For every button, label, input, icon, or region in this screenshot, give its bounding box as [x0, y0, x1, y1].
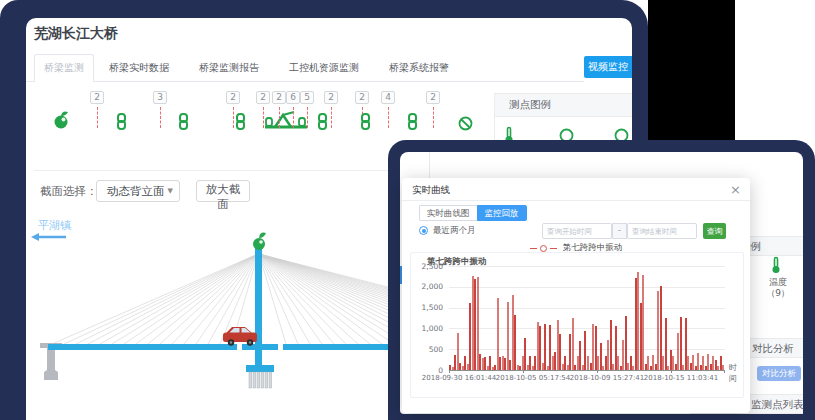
modal-title: 实时曲线 [412, 184, 450, 197]
query-button[interactable]: 查询 [703, 223, 726, 239]
y-tick-label: 2,000 [411, 282, 443, 291]
gridline [449, 308, 725, 309]
x-axis-tick [523, 370, 524, 373]
chain-link-sensor-icon[interactable] [359, 113, 372, 130]
y-tick-label: 500 [411, 345, 443, 354]
sensor-count-badge: 5 [300, 91, 314, 104]
tower-footing [246, 365, 274, 372]
sensor-count-badge: 2 [90, 91, 104, 104]
vibration-bar [680, 317, 682, 370]
anemometer-icon[interactable] [53, 110, 71, 130]
screenshot-canvas: 芜湖长江大桥 桥梁监测桥梁实时数据桥梁监测报告工控机资源监测桥梁系统报警 视频监… [0, 0, 815, 420]
page-title: 芜湖长江大桥 [34, 25, 118, 43]
gridline [449, 349, 725, 350]
main-tab-4[interactable]: 工控机资源监测 [274, 54, 374, 81]
sensor-count-badge: 4 [381, 91, 395, 104]
temperature-count: （9） [758, 287, 798, 300]
legend-line [530, 248, 537, 249]
modal-tab-1[interactable]: 实时曲线图 [419, 205, 477, 221]
sensor-count-badge: 2 [355, 91, 369, 104]
legend-panel-header: 测点图例 [494, 93, 632, 117]
compare-header-label: 对比分析 [752, 342, 794, 356]
vibration-bar [514, 315, 516, 370]
main-tab-1[interactable]: 桥梁监测 [34, 54, 94, 82]
sensor-count-badge: 2 [324, 91, 338, 104]
vibration-bar [642, 275, 644, 370]
y-tick-label: 2,500 [411, 262, 443, 271]
section-select-value: 动态背立面 [107, 184, 165, 199]
sensor-dash-line [263, 107, 264, 128]
gridline [449, 328, 725, 329]
bridge-deck [262, 344, 278, 350]
radio-label: 最近两个月 [433, 225, 476, 237]
points-list-label: 监测点列表 [751, 398, 804, 412]
vibration-bar [665, 318, 667, 370]
y-tick-label: 1,000 [411, 324, 443, 333]
query-end-time-input[interactable] [627, 223, 697, 239]
sensor-dash-line [97, 107, 98, 128]
bridge-deck [48, 344, 237, 350]
chevron-down-icon: ▼ [168, 187, 173, 195]
zoom-section-button[interactable]: 放大截面 [196, 180, 250, 202]
compare-analysis-button[interactable]: 对比分析 [757, 366, 801, 381]
x-axis-tick [449, 370, 450, 373]
section-select-label: 截面选择： [40, 184, 98, 199]
no-entry-icon[interactable] [458, 116, 473, 131]
vibration-bar [610, 320, 612, 370]
x-axis-tick [724, 370, 725, 373]
x-tick-label: 2018-10-15 11:03:41 [644, 374, 718, 382]
vibration-bar [572, 318, 574, 370]
desktop-black-area [648, 0, 735, 141]
query-start-time-input[interactable] [542, 223, 612, 239]
chain-link-sensor-icon[interactable] [234, 113, 247, 130]
x-tick-label: 2018-10-09 15:27:41 [570, 374, 644, 382]
chart-plot-area [449, 266, 725, 371]
main-tabbar: 桥梁监测桥梁实时数据桥梁监测报告工控机资源监测桥梁系统报警 [26, 54, 584, 82]
chain-link-sensor-icon[interactable] [406, 113, 419, 130]
legend-panel-border [494, 117, 495, 140]
thermometer-icon[interactable] [769, 256, 783, 274]
sensor-count-badge: 6 [286, 91, 300, 104]
vibration-bar [625, 316, 627, 371]
main-tab-3[interactable]: 桥梁监测报告 [184, 54, 274, 81]
legend-circle-marker [540, 245, 547, 252]
sensor-dash-line [331, 107, 332, 128]
chain-link-sensor-icon[interactable] [316, 113, 329, 130]
modal-tab-2[interactable]: 监控回放 [477, 205, 527, 221]
legend-panel-title: 测点图例 [509, 98, 551, 112]
main-tab-5[interactable]: 桥梁系统报警 [374, 54, 464, 81]
sensor-dash-line [293, 107, 294, 128]
modal-tab-group: 实时曲线图监控回放 [419, 205, 527, 221]
chain-link-sensor-icon[interactable] [177, 113, 190, 130]
modal-header: 实时曲线 × [402, 178, 750, 201]
vibration-chart: 第七跨跨中振动 时间 2,5002,0001,5001,00050002018-… [410, 252, 744, 398]
sensor-strip: 23222652242 [26, 88, 496, 140]
content-divider [429, 152, 430, 178]
x-axis-name: 时间 [729, 362, 743, 384]
section-select-dropdown[interactable]: 动态背立面 ▼ [96, 180, 180, 202]
sensor-dash-line [433, 107, 434, 128]
tower-piles [249, 372, 272, 388]
main-tab-2[interactable]: 桥梁实时数据 [94, 54, 184, 81]
secondary-window: 测点图例 温度 （9） 对比分析 对比分析 监测点列表 实时曲线 × 实时曲线图… [400, 152, 803, 414]
tower-top-sensor-icon[interactable] [253, 233, 266, 250]
sensor-count-badge: 2 [272, 91, 286, 104]
sensor-count-badge: 3 [153, 91, 167, 104]
chain-link-sensor-icon[interactable] [115, 113, 128, 130]
sensor-dash-line [279, 107, 280, 128]
bridge-sensor-cluster-icon[interactable] [263, 110, 309, 132]
car-icon [223, 327, 257, 346]
y-tick-label: 1,500 [411, 303, 443, 312]
sensor-count-badge: 2 [256, 91, 270, 104]
video-monitor-button[interactable]: 视频监控 [584, 56, 632, 78]
sensor-count-badge: 2 [226, 91, 240, 104]
sensor-count-badge: 2 [426, 91, 440, 104]
x-tick-label: 2018-09-30 16:01:44 [422, 374, 496, 382]
x-axis-tick [671, 370, 672, 373]
date-range-separator: - [612, 223, 627, 239]
close-icon[interactable]: × [730, 182, 741, 197]
last-two-months-radio[interactable] [419, 226, 428, 235]
secondary-window-frame: 测点图例 温度 （9） 对比分析 对比分析 监测点列表 实时曲线 × 实时曲线图… [388, 140, 815, 420]
x-tick-label: 2018-10-05 05:17:54 [496, 374, 570, 382]
sensor-dash-line [307, 107, 308, 128]
